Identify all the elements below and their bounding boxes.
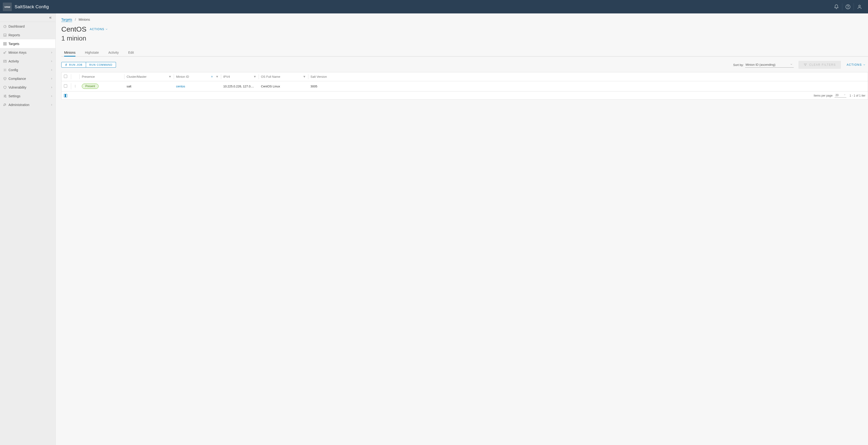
row-checkbox[interactable] <box>64 84 67 88</box>
filter-icon[interactable] <box>216 75 219 78</box>
chevron-right-icon <box>50 103 53 106</box>
page-subtitle: 1 minion <box>61 35 868 42</box>
sidebar-item-config[interactable]: Config <box>0 66 55 74</box>
user-icon[interactable] <box>854 0 865 13</box>
activity-icon <box>2 59 7 63</box>
svg-rect-8 <box>5 44 6 45</box>
reports-icon <box>2 33 7 37</box>
tab-activity[interactable]: Activity <box>108 49 119 56</box>
chevron-right-icon <box>50 95 53 98</box>
chevron-double-left-icon <box>49 16 52 19</box>
run-command-label: RUN COMMAND <box>89 63 113 66</box>
chevron-down-icon <box>790 63 793 66</box>
table-header-row: Presence Cluster/Master <box>62 72 868 81</box>
items-per-page-select[interactable]: 20 <box>835 94 846 98</box>
run-job-label: RUN JOB <box>69 63 83 66</box>
filter-icon[interactable] <box>168 75 172 78</box>
column-os-full-name[interactable]: OS Full Name <box>261 75 280 78</box>
table-actions-label: ACTIONS <box>846 63 862 66</box>
sort-asc-icon[interactable] <box>211 75 213 78</box>
breadcrumb: Targets / Minions <box>61 18 868 22</box>
items-per-page-label: Items per page <box>814 94 833 97</box>
filter-icon <box>804 63 807 66</box>
run-command-button[interactable]: RUN COMMAND <box>86 62 116 68</box>
chevron-right-icon <box>50 60 53 63</box>
filter-icon[interactable] <box>253 75 256 78</box>
breadcrumb-current: Minions <box>79 18 90 22</box>
tab-minions[interactable]: Minions <box>64 49 75 56</box>
table-row[interactable]: Present salt centos 10.225.0.226, 127.0.… <box>62 81 868 92</box>
compliance-icon <box>2 77 7 80</box>
dashboard-icon <box>2 25 7 28</box>
chevron-down-icon <box>863 63 866 66</box>
column-salt-version[interactable]: Salt Version <box>310 75 327 78</box>
app-header: vmw SaltStack Config <box>0 0 868 13</box>
select-all-checkbox[interactable] <box>64 75 67 78</box>
presence-badge: Present <box>82 83 98 89</box>
sidebar-item-label: Vulnerability <box>8 85 26 89</box>
sidebar-collapse-button[interactable] <box>0 13 55 22</box>
vmw-logo: vmw <box>3 3 12 11</box>
cell-os-full-name: CentOS Linux <box>258 81 308 92</box>
minions-table: Presence Cluster/Master <box>61 72 868 100</box>
svg-rect-5 <box>3 42 5 43</box>
breadcrumb-root-link[interactable]: Targets <box>61 18 72 22</box>
page-title: CentOS <box>61 25 87 33</box>
svg-point-13 <box>4 96 5 96</box>
sidebar-item-dashboard[interactable]: Dashboard <box>0 22 55 31</box>
main-content: Targets / Minions CentOS ACTIONS 1 minio… <box>56 13 868 445</box>
column-presence[interactable]: Presence <box>82 75 95 78</box>
bell-icon[interactable] <box>831 0 842 13</box>
help-icon[interactable] <box>842 0 854 13</box>
sort-by-select[interactable]: Minion ID (ascending) <box>745 62 794 68</box>
filter-icon[interactable] <box>303 75 306 78</box>
row-menu-button[interactable] <box>73 84 77 88</box>
sidebar-item-label: Dashboard <box>8 25 25 28</box>
column-picker-button[interactable] <box>64 94 67 97</box>
sidebar-item-label: Minion Keys <box>8 50 26 55</box>
svg-point-9 <box>4 52 5 54</box>
tabs: Minions Highstate Activity Edit <box>61 49 868 57</box>
sidebar-item-minion-keys[interactable]: Minion Keys <box>0 48 55 57</box>
clear-filters-button[interactable]: CLEAR FILTERS <box>799 61 841 69</box>
vulnerability-icon <box>2 85 7 89</box>
config-icon <box>2 68 7 72</box>
sidebar-item-activity[interactable]: Activity <box>0 57 55 66</box>
column-minion-id[interactable]: Minion ID <box>176 75 189 78</box>
column-cluster-master[interactable]: Cluster/Master <box>127 75 147 78</box>
sidebar-item-label: Targets <box>8 42 19 46</box>
svg-point-2 <box>859 5 860 7</box>
tab-highstate[interactable]: Highstate <box>85 49 99 56</box>
sidebar-item-vulnerability[interactable]: Vulnerability <box>0 83 55 92</box>
breadcrumb-separator: / <box>75 18 76 22</box>
sidebar-item-label: Compliance <box>8 77 26 80</box>
sidebar-item-administration[interactable]: Administration <box>0 100 55 109</box>
chevron-right-icon <box>50 69 53 71</box>
app-title: SaltStack Config <box>14 4 49 9</box>
title-actions-dropdown[interactable]: ACTIONS <box>90 28 108 31</box>
kebab-icon <box>73 84 77 88</box>
chevron-right-icon <box>50 77 53 80</box>
svg-rect-6 <box>5 42 6 43</box>
sidebar-item-settings[interactable]: Settings <box>0 92 55 100</box>
tab-edit[interactable]: Edit <box>128 49 134 56</box>
sidebar-item-compliance[interactable]: Compliance <box>0 74 55 83</box>
column-ipv4[interactable]: IPV4 <box>223 75 230 78</box>
cell-cluster-master: salt <box>124 81 174 92</box>
minion-id-link[interactable]: centos <box>176 84 185 88</box>
svg-point-3 <box>4 25 6 28</box>
toolbar: RUN JOB RUN COMMAND Sort by: Minion ID (… <box>61 61 868 69</box>
sidebar-item-reports[interactable]: Reports <box>0 31 55 39</box>
run-job-button[interactable]: RUN JOB <box>61 62 86 68</box>
clear-filters-label: CLEAR FILTERS <box>809 63 836 66</box>
sidebar-item-label: Settings <box>8 94 21 98</box>
sort-by-value: Minion ID (ascending) <box>746 63 775 66</box>
sidebar-item-label: Config <box>8 68 18 72</box>
table-footer: Items per page 20 1 - 1 of 1 iter <box>62 92 868 99</box>
keys-icon <box>2 50 7 55</box>
sidebar-item-targets[interactable]: Targets <box>0 39 55 48</box>
table-actions-dropdown[interactable]: ACTIONS <box>846 63 866 66</box>
chevron-down-icon <box>843 94 846 96</box>
title-actions-label: ACTIONS <box>90 28 104 31</box>
sidebar-item-label: Reports <box>8 33 20 37</box>
